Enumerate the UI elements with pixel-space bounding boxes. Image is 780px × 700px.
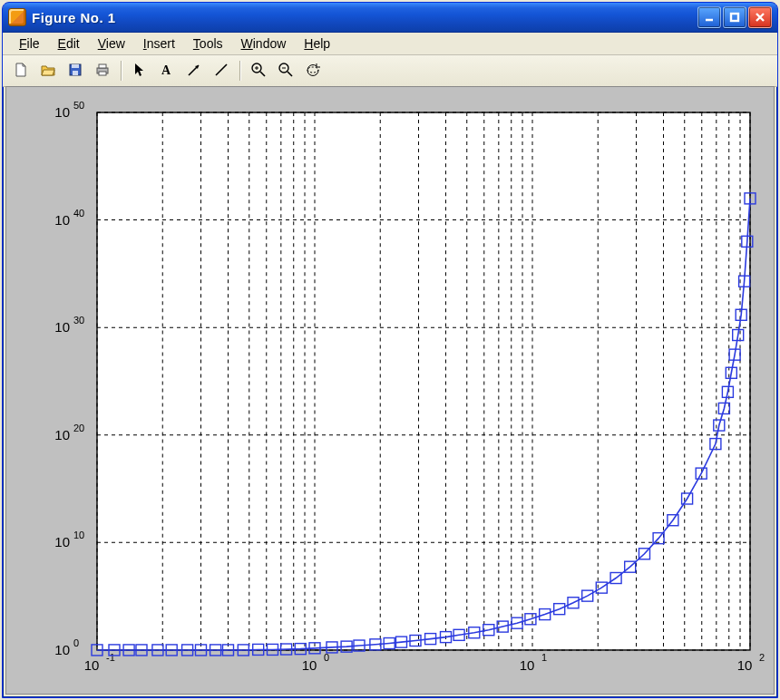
- zoom-in-button[interactable]: [246, 58, 271, 83]
- svg-text:10: 10: [54, 319, 70, 335]
- svg-text:10: 10: [737, 657, 753, 673]
- open-file-button[interactable]: [35, 58, 61, 83]
- svg-text:10: 10: [54, 427, 70, 442]
- svg-text:2: 2: [759, 652, 765, 663]
- svg-rect-7: [99, 72, 106, 75]
- svg-rect-1: [731, 14, 738, 21]
- svg-text:1: 1: [541, 652, 547, 663]
- svg-text:0: 0: [73, 637, 79, 648]
- close-icon: [754, 11, 766, 24]
- window-buttons: [697, 6, 774, 28]
- svg-text:10: 10: [84, 657, 100, 673]
- menu-file[interactable]: File: [10, 34, 49, 53]
- svg-point-18: [307, 67, 318, 73]
- zoom-out-button[interactable]: [273, 58, 298, 83]
- zoom-out-icon: [278, 62, 294, 81]
- print-icon: [94, 62, 111, 81]
- svg-text:10: 10: [302, 657, 317, 673]
- svg-line-12: [260, 72, 265, 76]
- menu-edit[interactable]: Edit: [49, 34, 89, 53]
- svg-text:10: 10: [73, 530, 84, 540]
- window-title: Figure No. 1: [32, 10, 116, 25]
- new-file-button[interactable]: [8, 58, 34, 83]
- svg-line-10: [216, 64, 227, 75]
- svg-text:50: 50: [73, 100, 84, 111]
- toolbar-separator: [121, 61, 122, 81]
- app-icon: [8, 8, 26, 26]
- maximize-button[interactable]: [723, 6, 746, 28]
- menu-insert[interactable]: Insert: [134, 34, 184, 53]
- svg-text:A: A: [161, 63, 171, 77]
- close-button[interactable]: [748, 6, 772, 28]
- save-button[interactable]: [63, 58, 88, 83]
- rotate3d-button[interactable]: [300, 58, 326, 83]
- line-annotate-button[interactable]: [209, 58, 234, 83]
- svg-text:20: 20: [73, 423, 84, 433]
- open-file-icon: [40, 62, 56, 81]
- svg-text:10: 10: [54, 104, 70, 120]
- svg-rect-6: [99, 64, 106, 68]
- menu-window[interactable]: Window: [232, 34, 296, 53]
- arrow-annotate-icon: [186, 62, 202, 81]
- menu-help[interactable]: Help: [295, 34, 339, 53]
- title-bar[interactable]: Figure No. 1: [3, 3, 777, 33]
- line-annotate-icon: [213, 62, 229, 81]
- pointer-icon: [132, 62, 148, 81]
- save-icon: [67, 62, 83, 81]
- toolbar-separator: [239, 61, 240, 81]
- figure-window: Figure No. 1 FileEditViewInsertToolsWind…: [2, 2, 778, 698]
- svg-rect-19: [97, 112, 750, 650]
- svg-rect-3: [72, 64, 79, 68]
- maximize-icon: [728, 11, 741, 24]
- minimize-button[interactable]: [697, 6, 721, 28]
- zoom-in-icon: [250, 62, 267, 81]
- pointer-button[interactable]: [127, 58, 152, 83]
- menu-bar: FileEditViewInsertToolsWindowHelp: [3, 33, 777, 55]
- new-file-icon: [13, 62, 29, 81]
- toolbar: A: [3, 55, 777, 87]
- svg-text:10: 10: [54, 642, 70, 657]
- svg-text:-1: -1: [106, 652, 115, 663]
- svg-rect-4: [73, 71, 78, 75]
- text-button[interactable]: A: [154, 58, 180, 83]
- arrow-annotate-button[interactable]: [181, 58, 207, 83]
- text-icon: A: [159, 62, 175, 81]
- svg-text:30: 30: [73, 315, 84, 326]
- svg-text:10: 10: [54, 534, 70, 549]
- print-button[interactable]: [90, 58, 115, 83]
- svg-line-16: [288, 72, 292, 76]
- rotate3d-icon: [305, 62, 321, 81]
- svg-text:40: 40: [73, 208, 84, 219]
- axes[interactable]: 10-110010110210010101020103010401050: [6, 87, 774, 694]
- menu-tools[interactable]: Tools: [184, 34, 232, 53]
- figure-canvas[interactable]: 10-110010110210010101020103010401050: [5, 86, 775, 695]
- svg-text:0: 0: [324, 652, 329, 663]
- svg-text:10: 10: [520, 657, 535, 673]
- svg-text:10: 10: [54, 212, 70, 228]
- menu-view[interactable]: View: [89, 34, 134, 53]
- minimize-icon: [703, 11, 716, 24]
